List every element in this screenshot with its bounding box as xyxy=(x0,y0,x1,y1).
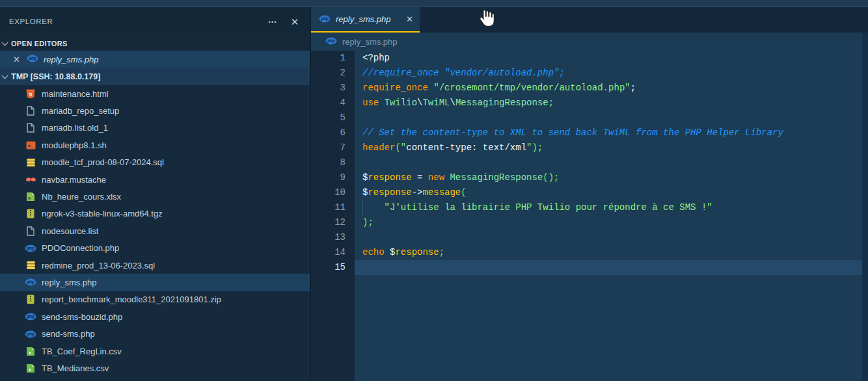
database-icon xyxy=(25,261,36,270)
php-icon: php xyxy=(25,330,36,338)
tab-reply-sms[interactable]: php reply_sms.php ✕ xyxy=(311,7,420,33)
file-label: send-sms.php xyxy=(42,329,95,339)
file-row[interactable]: xNb_heure_cours.xlsx xyxy=(0,188,310,205)
open-editors-label: OPEN EDITORS xyxy=(11,40,68,47)
file-row[interactable]: mariadb.list.old_1 xyxy=(0,120,310,137)
file-row[interactable]: phpsend-sms.php xyxy=(0,325,310,342)
code-area[interactable]: 1<?php2//require_once "vendor/autoload.p… xyxy=(311,51,868,381)
php-icon: php xyxy=(25,313,36,321)
editor-scrollbar[interactable] xyxy=(862,33,868,381)
file-row[interactable]: nodesource.list xyxy=(0,222,310,239)
file-label: report_benchmark_moodle311_2021091801.zi… xyxy=(42,295,221,304)
code-line[interactable]: 8 xyxy=(311,155,868,170)
code-text: //require_once "vendor/autoload.php"; xyxy=(362,66,565,81)
line-number: 12 xyxy=(311,215,346,230)
code-line[interactable]: 3require_once "/crosemont/tmp/vendor/aut… xyxy=(311,81,868,96)
file-row[interactable]: navbar.mustache xyxy=(0,171,310,188)
code-line[interactable]: 4use Twilio\TwiML\MessagingResponse; xyxy=(311,96,868,111)
code-text: ); xyxy=(362,215,373,230)
file-icon xyxy=(25,226,36,236)
php-icon: php xyxy=(27,55,38,64)
tab-close-button[interactable]: ✕ xyxy=(406,14,413,24)
file-row[interactable]: >_modulephp8.1.sh xyxy=(0,137,310,153)
svg-text:php: php xyxy=(26,315,34,320)
file-label: TB_Medianes.csv xyxy=(42,363,109,373)
file-row[interactable]: mariadb_repo_setup xyxy=(0,102,310,119)
code-line[interactable]: 11 "J'utilise la librairie PHP Twilio po… xyxy=(311,200,868,215)
code-text: $response->message( xyxy=(362,185,467,200)
code-line[interactable]: 13 xyxy=(311,230,868,245)
file-row[interactable]: moodle_tcf_prod-08-07-2024.sql xyxy=(0,154,310,171)
code-text: echo $response; xyxy=(362,245,444,260)
code-line[interactable]: 1<?php xyxy=(311,51,868,66)
tab-bar: php reply_sms.php ✕ xyxy=(311,7,868,33)
file-label: mariadb_repo_setup xyxy=(42,106,119,116)
database-icon xyxy=(25,158,36,167)
chevron-down-icon xyxy=(2,40,8,46)
file-row[interactable]: report_benchmark_moodle311_2021091801.zi… xyxy=(0,291,310,308)
code-text: require_once "/crosemont/tmp/vendor/auto… xyxy=(362,81,636,96)
php-icon: php xyxy=(25,278,36,286)
close-editor-button[interactable]: ✕ xyxy=(13,55,20,64)
code-line[interactable]: 5 xyxy=(311,111,868,125)
line-number: 3 xyxy=(311,81,346,96)
svg-text:php: php xyxy=(327,38,335,44)
code-line[interactable]: 7header("content-type: text/xml"); xyxy=(311,140,868,155)
line-number: 5 xyxy=(311,111,346,125)
open-editor-item[interactable]: ✕phpreply_sms.php xyxy=(0,51,310,68)
tab-label: reply_sms.php xyxy=(336,14,402,24)
code-line[interactable]: 12); xyxy=(311,215,868,230)
section-open-editors-header[interactable]: OPEN EDITORS xyxy=(0,36,310,51)
mouse-cursor xyxy=(478,8,495,31)
code-text: // Set the content-type to XML to send b… xyxy=(362,125,783,140)
mustache-icon xyxy=(25,176,36,183)
open-editor-label: reply_sms.php xyxy=(44,55,99,64)
code-text: $response = new MessagingResponse(); xyxy=(362,170,560,185)
code-text: <?php xyxy=(362,51,390,66)
file-row[interactable]: 5maintenance.html xyxy=(0,85,310,102)
php-icon: php xyxy=(25,244,36,252)
file-icon xyxy=(25,123,36,133)
svg-text:>_: >_ xyxy=(27,142,34,148)
file-row[interactable]: phpreply_sms.php xyxy=(0,274,310,291)
window-top-strip xyxy=(0,0,868,7)
close-sidebar-button[interactable]: ✕ xyxy=(291,17,299,27)
file-label: moodle_tcf_prod-08-07-2024.sql xyxy=(42,157,164,167)
code-line[interactable]: 2//require_once "vendor/autoload.php"; xyxy=(311,66,868,81)
file-label: mariadb.list.old_1 xyxy=(42,123,108,133)
php-icon: php xyxy=(319,14,331,25)
line-number: 8 xyxy=(311,155,346,170)
archive-icon xyxy=(25,209,36,218)
svg-text:php: php xyxy=(26,246,34,251)
explorer-title: EXPLORER xyxy=(9,18,255,25)
code-text: header("content-type: text/xml"); xyxy=(362,140,543,155)
code-line[interactable]: 15 xyxy=(311,260,868,275)
line-number: 11 xyxy=(311,200,346,215)
chevron-down-icon xyxy=(2,73,8,79)
file-row[interactable]: xTB_Medianes.csv xyxy=(0,360,310,376)
csv-icon: x xyxy=(25,347,36,356)
shell-icon: >_ xyxy=(25,141,36,150)
editor-group: php reply_sms.php ✕ php reply_sms.php 1<… xyxy=(311,7,868,381)
file-row[interactable]: xTB_Coef_RegLin.csv xyxy=(0,343,310,360)
file-label: nodesource.list xyxy=(42,226,98,236)
file-label: redmine_prod_13-06-2023.sql xyxy=(42,261,155,270)
file-label: modulephp8.1.sh xyxy=(42,140,107,150)
code-line[interactable]: 10$response->message( xyxy=(311,185,868,200)
file-row[interactable]: phpsend-sms-bouzid.php xyxy=(0,308,310,325)
section-workspace-header[interactable]: TMP [SSH: 10.88.0.179] xyxy=(0,68,310,85)
file-label: PDOConnection.php xyxy=(42,243,119,253)
svg-text:php: php xyxy=(26,332,34,337)
code-line[interactable]: 6// Set the content-type to XML to send … xyxy=(311,125,868,140)
explorer-header: EXPLORER ⋯ ✕ xyxy=(0,7,310,36)
svg-text:php: php xyxy=(26,280,34,285)
breadcrumb[interactable]: php reply_sms.php xyxy=(311,33,868,51)
code-line[interactable]: 14echo $response; xyxy=(311,245,868,260)
line-number: 7 xyxy=(311,140,346,155)
file-row[interactable]: redmine_prod_13-06-2023.sql xyxy=(0,257,310,274)
file-row[interactable]: ngrok-v3-stable-linux-amd64.tgz xyxy=(0,205,310,222)
code-line[interactable]: 9$response = new MessagingResponse(); xyxy=(311,170,868,185)
file-row[interactable]: phpPDOConnection.php xyxy=(0,240,310,257)
line-number: 1 xyxy=(311,51,346,66)
more-actions-button[interactable]: ⋯ xyxy=(268,17,278,26)
